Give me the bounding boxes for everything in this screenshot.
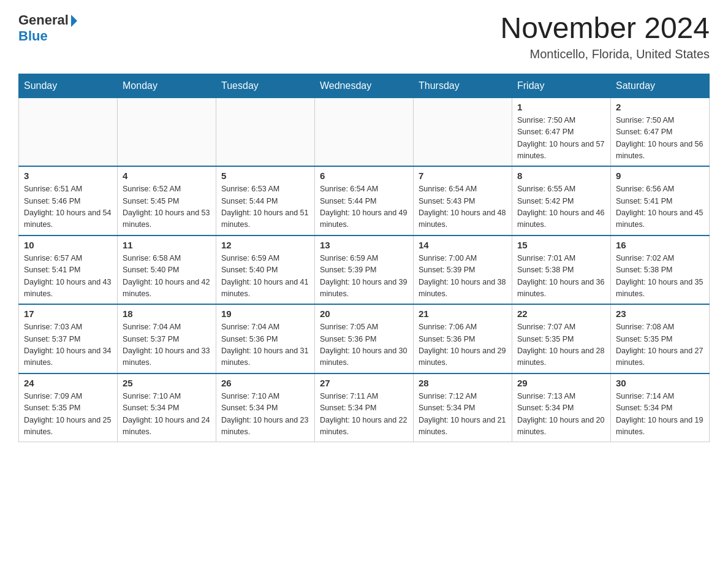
day-info: Sunrise: 7:08 AMSunset: 5:35 PMDaylight:…: [616, 321, 704, 369]
calendar-cell: 12Sunrise: 6:59 AMSunset: 5:40 PMDayligh…: [216, 236, 315, 305]
weekday-header-wednesday: Wednesday: [315, 74, 414, 98]
logo-text: General: [18, 12, 77, 28]
logo: General Blue: [18, 12, 77, 44]
location-subtitle: Monticello, Florida, United States: [500, 47, 710, 61]
calendar-week-1: 1Sunrise: 7:50 AMSunset: 6:47 PMDaylight…: [19, 98, 710, 166]
calendar-cell: 8Sunrise: 6:55 AMSunset: 5:42 PMDaylight…: [512, 166, 611, 236]
day-number: 22: [517, 308, 605, 319]
day-number: 16: [616, 240, 704, 250]
day-info: Sunrise: 7:06 AMSunset: 5:36 PMDaylight:…: [419, 321, 507, 369]
day-number: 1: [517, 102, 605, 112]
day-info: Sunrise: 7:04 AMSunset: 5:37 PMDaylight:…: [123, 321, 211, 369]
calendar-cell: 17Sunrise: 7:03 AMSunset: 5:37 PMDayligh…: [19, 304, 118, 373]
day-info: Sunrise: 6:53 AMSunset: 5:44 PMDaylight:…: [221, 183, 309, 231]
calendar-cell: 16Sunrise: 7:02 AMSunset: 5:38 PMDayligh…: [611, 236, 710, 305]
day-info: Sunrise: 6:56 AMSunset: 5:41 PMDaylight:…: [616, 183, 704, 231]
calendar-cell: 10Sunrise: 6:57 AMSunset: 5:41 PMDayligh…: [19, 236, 118, 305]
day-number: 20: [320, 308, 408, 319]
logo-general-text: General: [18, 12, 69, 28]
day-number: 25: [123, 378, 211, 388]
calendar-cell: 2Sunrise: 7:50 AMSunset: 6:47 PMDaylight…: [611, 98, 710, 166]
day-info: Sunrise: 6:52 AMSunset: 5:45 PMDaylight:…: [123, 183, 211, 231]
day-number: 23: [616, 308, 704, 319]
day-number: 5: [221, 170, 309, 181]
day-number: 29: [517, 378, 605, 388]
day-number: 11: [123, 240, 211, 250]
day-number: 30: [616, 378, 704, 388]
day-number: 14: [419, 240, 507, 250]
day-info: Sunrise: 7:10 AMSunset: 5:34 PMDaylight:…: [123, 391, 211, 439]
day-info: Sunrise: 7:14 AMSunset: 5:34 PMDaylight:…: [616, 391, 704, 439]
day-number: 24: [24, 378, 112, 388]
calendar-week-5: 24Sunrise: 7:09 AMSunset: 5:35 PMDayligh…: [19, 373, 710, 442]
calendar-cell: 30Sunrise: 7:14 AMSunset: 5:34 PMDayligh…: [611, 373, 710, 442]
day-info: Sunrise: 6:58 AMSunset: 5:40 PMDaylight:…: [123, 253, 211, 301]
day-number: 8: [517, 170, 605, 181]
calendar-week-2: 3Sunrise: 6:51 AMSunset: 5:46 PMDaylight…: [19, 166, 710, 236]
calendar-table: SundayMondayTuesdayWednesdayThursdayFrid…: [18, 74, 710, 443]
weekday-header-friday: Friday: [512, 74, 611, 98]
day-number: 18: [123, 308, 211, 319]
day-info: Sunrise: 7:05 AMSunset: 5:36 PMDaylight:…: [320, 321, 408, 369]
calendar-cell: 6Sunrise: 6:54 AMSunset: 5:44 PMDaylight…: [315, 166, 414, 236]
day-number: 6: [320, 170, 408, 181]
day-info: Sunrise: 7:10 AMSunset: 5:34 PMDaylight:…: [221, 391, 309, 439]
day-number: 7: [419, 170, 507, 181]
day-info: Sunrise: 6:54 AMSunset: 5:44 PMDaylight:…: [320, 183, 408, 231]
calendar-cell: 3Sunrise: 6:51 AMSunset: 5:46 PMDaylight…: [19, 166, 118, 236]
day-number: 12: [221, 240, 309, 250]
calendar-cell: 20Sunrise: 7:05 AMSunset: 5:36 PMDayligh…: [315, 304, 414, 373]
day-info: Sunrise: 7:50 AMSunset: 6:47 PMDaylight:…: [517, 115, 605, 163]
day-number: 19: [221, 308, 309, 319]
day-info: Sunrise: 6:51 AMSunset: 5:46 PMDaylight:…: [24, 183, 112, 231]
day-number: 3: [24, 170, 112, 181]
day-info: Sunrise: 7:12 AMSunset: 5:34 PMDaylight:…: [419, 391, 507, 439]
weekday-header-tuesday: Tuesday: [216, 74, 315, 98]
calendar-cell: 11Sunrise: 6:58 AMSunset: 5:40 PMDayligh…: [118, 236, 216, 305]
calendar-cell: [315, 98, 414, 166]
title-area: November 2024 Monticello, Florida, Unite…: [500, 12, 710, 61]
calendar-cell: [414, 98, 512, 166]
page-header: General Blue November 2024 Monticello, F…: [18, 12, 710, 61]
day-number: 28: [419, 378, 507, 388]
calendar-cell: 4Sunrise: 6:52 AMSunset: 5:45 PMDaylight…: [118, 166, 216, 236]
calendar-cell: 25Sunrise: 7:10 AMSunset: 5:34 PMDayligh…: [118, 373, 216, 442]
calendar-cell: 7Sunrise: 6:54 AMSunset: 5:43 PMDaylight…: [414, 166, 512, 236]
calendar-cell: 14Sunrise: 7:00 AMSunset: 5:39 PMDayligh…: [414, 236, 512, 305]
day-number: 2: [616, 102, 704, 112]
calendar-cell: 1Sunrise: 7:50 AMSunset: 6:47 PMDaylight…: [512, 98, 611, 166]
day-number: 15: [517, 240, 605, 250]
day-info: Sunrise: 6:55 AMSunset: 5:42 PMDaylight:…: [517, 183, 605, 231]
weekday-header-row: SundayMondayTuesdayWednesdayThursdayFrid…: [19, 74, 710, 98]
day-info: Sunrise: 7:11 AMSunset: 5:34 PMDaylight:…: [320, 391, 408, 439]
day-info: Sunrise: 7:01 AMSunset: 5:38 PMDaylight:…: [517, 253, 605, 301]
day-info: Sunrise: 6:57 AMSunset: 5:41 PMDaylight:…: [24, 253, 112, 301]
calendar-cell: 24Sunrise: 7:09 AMSunset: 5:35 PMDayligh…: [19, 373, 118, 442]
calendar-cell: 21Sunrise: 7:06 AMSunset: 5:36 PMDayligh…: [414, 304, 512, 373]
calendar-cell: [118, 98, 216, 166]
weekday-header-monday: Monday: [118, 74, 216, 98]
day-info: Sunrise: 7:00 AMSunset: 5:39 PMDaylight:…: [419, 253, 507, 301]
calendar-cell: 13Sunrise: 6:59 AMSunset: 5:39 PMDayligh…: [315, 236, 414, 305]
logo-arrow-icon: [71, 15, 77, 27]
day-info: Sunrise: 6:59 AMSunset: 5:40 PMDaylight:…: [221, 253, 309, 301]
day-number: 4: [123, 170, 211, 181]
calendar-title: November 2024: [500, 12, 710, 45]
day-info: Sunrise: 7:02 AMSunset: 5:38 PMDaylight:…: [616, 253, 704, 301]
calendar-cell: 18Sunrise: 7:04 AMSunset: 5:37 PMDayligh…: [118, 304, 216, 373]
day-number: 10: [24, 240, 112, 250]
day-info: Sunrise: 7:07 AMSunset: 5:35 PMDaylight:…: [517, 321, 605, 369]
calendar-cell: [19, 98, 118, 166]
calendar-cell: 29Sunrise: 7:13 AMSunset: 5:34 PMDayligh…: [512, 373, 611, 442]
calendar-week-3: 10Sunrise: 6:57 AMSunset: 5:41 PMDayligh…: [19, 236, 710, 305]
day-number: 9: [616, 170, 704, 181]
calendar-cell: 5Sunrise: 6:53 AMSunset: 5:44 PMDaylight…: [216, 166, 315, 236]
calendar-cell: 22Sunrise: 7:07 AMSunset: 5:35 PMDayligh…: [512, 304, 611, 373]
calendar-cell: 19Sunrise: 7:04 AMSunset: 5:36 PMDayligh…: [216, 304, 315, 373]
calendar-cell: 27Sunrise: 7:11 AMSunset: 5:34 PMDayligh…: [315, 373, 414, 442]
weekday-header-sunday: Sunday: [19, 74, 118, 98]
logo-blue-text: Blue: [18, 28, 48, 44]
day-info: Sunrise: 6:59 AMSunset: 5:39 PMDaylight:…: [320, 253, 408, 301]
day-info: Sunrise: 7:50 AMSunset: 6:47 PMDaylight:…: [616, 115, 704, 163]
day-info: Sunrise: 7:13 AMSunset: 5:34 PMDaylight:…: [517, 391, 605, 439]
